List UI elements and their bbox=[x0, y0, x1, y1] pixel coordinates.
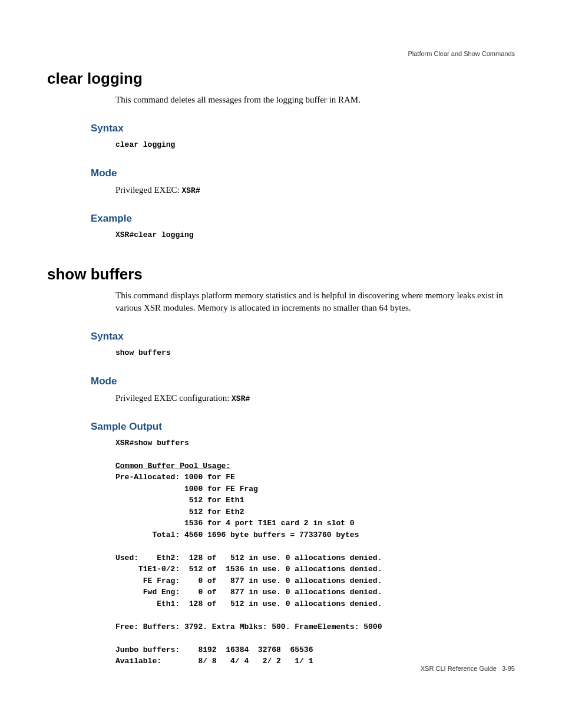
sample-line: T1E1-0/2: 512 of 1536 in use. 0 allocati… bbox=[115, 564, 515, 575]
sample-line: 512 for Eth1 bbox=[115, 495, 515, 506]
sample-line: Free: Buffers: 3792. Extra Mblks: 500. F… bbox=[115, 621, 515, 633]
mode-text: Privileged EXEC: XSR# bbox=[115, 184, 515, 196]
section-mode: Mode bbox=[91, 167, 515, 179]
section-mode: Mode bbox=[91, 375, 515, 387]
footer-book: XSR CLI Reference Guide bbox=[421, 665, 497, 672]
running-header: Platform Clear and Show Commands bbox=[408, 50, 515, 57]
section-sample-output: Sample Output bbox=[91, 421, 515, 433]
sample-line: 1536 for 4 port T1E1 card 2 in slot 0 bbox=[115, 518, 515, 529]
sample-line: 1000 for FE Frag bbox=[115, 483, 515, 495]
sample-line bbox=[115, 541, 515, 552]
syntax-code: clear logging bbox=[115, 139, 515, 151]
mode-prompt: XSR# bbox=[182, 186, 200, 195]
sample-line bbox=[115, 610, 515, 621]
sample-line: FE Frag: 0 of 877 in use. 0 allocations … bbox=[115, 575, 515, 587]
command-desc: This command deletes all messages from t… bbox=[115, 94, 515, 106]
example-code: XSR#clear logging bbox=[115, 229, 515, 241]
mode-text: Privileged EXEC configuration: XSR# bbox=[115, 392, 515, 404]
sample-line: Eth1: 128 of 512 in use. 0 allocations d… bbox=[115, 598, 515, 610]
command-title-clear-logging: clear logging bbox=[47, 70, 515, 88]
sample-line-header: Common Buffer Pool Usage: bbox=[115, 460, 515, 472]
sample-line: Jumbo buffers: 8192 16384 32768 65536 bbox=[115, 644, 515, 656]
footer-page: 3-95 bbox=[502, 665, 515, 672]
section-syntax: Syntax bbox=[91, 331, 515, 342]
sample-line: 512 for Eth2 bbox=[115, 506, 515, 518]
sample-cmd: XSR#show buffers bbox=[115, 437, 515, 449]
command-desc: This command displays platform memory st… bbox=[115, 289, 515, 314]
sample-line: Used: Eth2: 128 of 512 in use. 0 allocat… bbox=[115, 552, 515, 564]
syntax-code: show buffers bbox=[115, 347, 515, 359]
sample-line bbox=[115, 449, 515, 460]
section-example: Example bbox=[91, 213, 515, 225]
sample-line: Fwd Eng: 0 of 877 in use. 0 allocations … bbox=[115, 587, 515, 598]
mode-prompt: XSR# bbox=[232, 394, 250, 403]
command-title-show-buffers: show buffers bbox=[47, 265, 515, 284]
sample-line: Total: 4560 1696 byte buffers = 7733760 … bbox=[115, 529, 515, 541]
mode-prefix: Privileged EXEC: bbox=[115, 185, 182, 195]
section-syntax: Syntax bbox=[91, 123, 515, 134]
mode-prefix: Privileged EXEC configuration: bbox=[115, 393, 232, 403]
sample-line bbox=[115, 633, 515, 644]
document-page: Platform Clear and Show Commands clear l… bbox=[0, 0, 562, 728]
page-footer: XSR CLI Reference Guide 3-95 bbox=[421, 665, 515, 672]
sample-line: Pre-Allocated: 1000 for FE bbox=[115, 472, 515, 483]
